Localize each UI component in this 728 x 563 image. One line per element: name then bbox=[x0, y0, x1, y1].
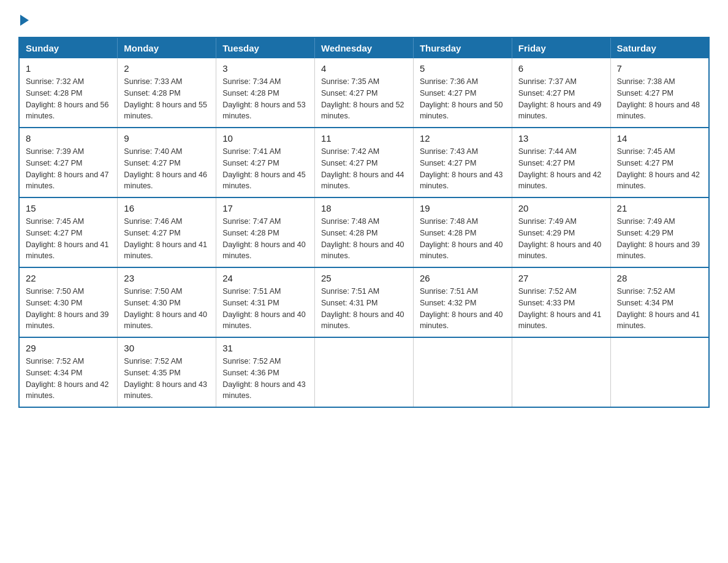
day-info: Sunrise: 7:38 AMSunset: 4:27 PMDaylight:… bbox=[617, 76, 702, 122]
day-info: Sunrise: 7:35 AMSunset: 4:27 PMDaylight:… bbox=[321, 76, 407, 122]
calendar-cell: 16Sunrise: 7:46 AMSunset: 4:27 PMDayligh… bbox=[118, 197, 216, 267]
day-info: Sunrise: 7:52 AMSunset: 4:34 PMDaylight:… bbox=[26, 356, 111, 402]
calendar-week-row: 15Sunrise: 7:45 AMSunset: 4:27 PMDayligh… bbox=[19, 197, 709, 267]
day-info: Sunrise: 7:49 AMSunset: 4:29 PMDaylight:… bbox=[518, 216, 604, 262]
calendar-week-row: 29Sunrise: 7:52 AMSunset: 4:34 PMDayligh… bbox=[19, 337, 709, 407]
calendar-day-header: Saturday bbox=[610, 37, 709, 58]
day-info: Sunrise: 7:32 AMSunset: 4:28 PMDaylight:… bbox=[26, 76, 111, 122]
day-number: 24 bbox=[222, 273, 308, 283]
calendar-cell: 10Sunrise: 7:41 AMSunset: 4:27 PMDayligh… bbox=[216, 128, 315, 197]
day-number: 8 bbox=[26, 133, 111, 144]
day-info: Sunrise: 7:50 AMSunset: 4:30 PMDaylight:… bbox=[124, 286, 210, 332]
calendar-cell: 1Sunrise: 7:32 AMSunset: 4:28 PMDaylight… bbox=[19, 58, 118, 128]
day-number: 2 bbox=[124, 63, 210, 74]
day-info: Sunrise: 7:51 AMSunset: 4:31 PMDaylight:… bbox=[222, 286, 308, 332]
day-number: 14 bbox=[617, 133, 702, 144]
day-number: 17 bbox=[222, 203, 308, 213]
calendar-week-row: 8Sunrise: 7:39 AMSunset: 4:27 PMDaylight… bbox=[19, 128, 709, 197]
calendar-day-header: Friday bbox=[512, 37, 610, 58]
calendar-cell: 13Sunrise: 7:44 AMSunset: 4:27 PMDayligh… bbox=[512, 128, 610, 197]
day-number: 27 bbox=[518, 273, 604, 283]
calendar-cell: 14Sunrise: 7:45 AMSunset: 4:27 PMDayligh… bbox=[610, 128, 709, 197]
day-number: 22 bbox=[26, 273, 111, 283]
day-info: Sunrise: 7:52 AMSunset: 4:35 PMDaylight:… bbox=[124, 356, 210, 402]
day-info: Sunrise: 7:46 AMSunset: 4:27 PMDaylight:… bbox=[124, 216, 210, 262]
logo bbox=[18, 12, 29, 26]
day-number: 3 bbox=[222, 63, 308, 74]
calendar-cell: 21Sunrise: 7:49 AMSunset: 4:29 PMDayligh… bbox=[610, 197, 709, 267]
day-number: 20 bbox=[518, 203, 604, 213]
day-number: 13 bbox=[518, 133, 604, 144]
day-info: Sunrise: 7:51 AMSunset: 4:32 PMDaylight:… bbox=[420, 286, 506, 332]
day-number: 29 bbox=[26, 343, 111, 353]
calendar-cell: 4Sunrise: 7:35 AMSunset: 4:27 PMDaylight… bbox=[315, 58, 414, 128]
day-info: Sunrise: 7:49 AMSunset: 4:29 PMDaylight:… bbox=[617, 216, 702, 262]
day-info: Sunrise: 7:45 AMSunset: 4:27 PMDaylight:… bbox=[617, 146, 702, 192]
day-number: 19 bbox=[420, 203, 506, 213]
calendar-day-header: Sunday bbox=[19, 37, 118, 58]
day-info: Sunrise: 7:34 AMSunset: 4:28 PMDaylight:… bbox=[222, 76, 308, 122]
calendar-cell: 20Sunrise: 7:49 AMSunset: 4:29 PMDayligh… bbox=[512, 197, 610, 267]
day-info: Sunrise: 7:51 AMSunset: 4:31 PMDaylight:… bbox=[321, 286, 407, 332]
calendar-cell: 30Sunrise: 7:52 AMSunset: 4:35 PMDayligh… bbox=[118, 337, 216, 407]
day-number: 30 bbox=[124, 343, 210, 353]
day-number: 9 bbox=[124, 133, 210, 144]
day-info: Sunrise: 7:39 AMSunset: 4:27 PMDaylight:… bbox=[26, 146, 111, 192]
calendar-day-header: Monday bbox=[118, 37, 216, 58]
day-info: Sunrise: 7:40 AMSunset: 4:27 PMDaylight:… bbox=[124, 146, 210, 192]
day-number: 28 bbox=[617, 273, 702, 283]
day-info: Sunrise: 7:44 AMSunset: 4:27 PMDaylight:… bbox=[518, 146, 604, 192]
calendar-cell: 29Sunrise: 7:52 AMSunset: 4:34 PMDayligh… bbox=[19, 337, 118, 407]
day-info: Sunrise: 7:37 AMSunset: 4:27 PMDaylight:… bbox=[518, 76, 604, 122]
calendar-week-row: 1Sunrise: 7:32 AMSunset: 4:28 PMDaylight… bbox=[19, 58, 709, 128]
calendar-cell: 24Sunrise: 7:51 AMSunset: 4:31 PMDayligh… bbox=[216, 267, 315, 337]
calendar-table: SundayMondayTuesdayWednesdayThursdayFrid… bbox=[18, 37, 710, 408]
day-info: Sunrise: 7:43 AMSunset: 4:27 PMDaylight:… bbox=[420, 146, 506, 192]
calendar-day-header: Thursday bbox=[413, 37, 512, 58]
calendar-cell: 7Sunrise: 7:38 AMSunset: 4:27 PMDaylight… bbox=[610, 58, 709, 128]
day-number: 15 bbox=[26, 203, 111, 213]
day-number: 4 bbox=[321, 63, 407, 74]
calendar-cell: 18Sunrise: 7:48 AMSunset: 4:28 PMDayligh… bbox=[315, 197, 414, 267]
day-info: Sunrise: 7:36 AMSunset: 4:27 PMDaylight:… bbox=[420, 76, 506, 122]
calendar-cell: 31Sunrise: 7:52 AMSunset: 4:36 PMDayligh… bbox=[216, 337, 315, 407]
day-number: 26 bbox=[420, 273, 506, 283]
calendar-cell: 6Sunrise: 7:37 AMSunset: 4:27 PMDaylight… bbox=[512, 58, 610, 128]
calendar-cell: 27Sunrise: 7:52 AMSunset: 4:33 PMDayligh… bbox=[512, 267, 610, 337]
day-info: Sunrise: 7:42 AMSunset: 4:27 PMDaylight:… bbox=[321, 146, 407, 192]
day-info: Sunrise: 7:50 AMSunset: 4:30 PMDaylight:… bbox=[26, 286, 111, 332]
day-info: Sunrise: 7:52 AMSunset: 4:36 PMDaylight:… bbox=[222, 356, 308, 402]
day-number: 10 bbox=[222, 133, 308, 144]
calendar-cell: 8Sunrise: 7:39 AMSunset: 4:27 PMDaylight… bbox=[19, 128, 118, 197]
day-number: 6 bbox=[518, 63, 604, 74]
calendar-cell: 15Sunrise: 7:45 AMSunset: 4:27 PMDayligh… bbox=[19, 197, 118, 267]
day-info: Sunrise: 7:45 AMSunset: 4:27 PMDaylight:… bbox=[26, 216, 111, 262]
calendar-cell bbox=[413, 337, 512, 407]
day-number: 31 bbox=[222, 343, 308, 353]
calendar-cell: 17Sunrise: 7:47 AMSunset: 4:28 PMDayligh… bbox=[216, 197, 315, 267]
day-info: Sunrise: 7:52 AMSunset: 4:34 PMDaylight:… bbox=[617, 286, 702, 332]
calendar-day-header: Wednesday bbox=[315, 37, 414, 58]
day-number: 18 bbox=[321, 203, 407, 213]
day-number: 11 bbox=[321, 133, 407, 144]
day-info: Sunrise: 7:41 AMSunset: 4:27 PMDaylight:… bbox=[222, 146, 308, 192]
calendar-cell: 23Sunrise: 7:50 AMSunset: 4:30 PMDayligh… bbox=[118, 267, 216, 337]
day-info: Sunrise: 7:48 AMSunset: 4:28 PMDaylight:… bbox=[321, 216, 407, 262]
day-number: 16 bbox=[124, 203, 210, 213]
day-number: 5 bbox=[420, 63, 506, 74]
calendar-cell: 19Sunrise: 7:48 AMSunset: 4:28 PMDayligh… bbox=[413, 197, 512, 267]
day-number: 12 bbox=[420, 133, 506, 144]
page-header bbox=[18, 12, 710, 26]
calendar-cell: 3Sunrise: 7:34 AMSunset: 4:28 PMDaylight… bbox=[216, 58, 315, 128]
calendar-cell bbox=[512, 337, 610, 407]
day-number: 25 bbox=[321, 273, 407, 283]
calendar-cell bbox=[315, 337, 414, 407]
calendar-cell bbox=[610, 337, 709, 407]
day-number: 23 bbox=[124, 273, 210, 283]
day-number: 21 bbox=[617, 203, 702, 213]
day-info: Sunrise: 7:48 AMSunset: 4:28 PMDaylight:… bbox=[420, 216, 506, 262]
day-info: Sunrise: 7:52 AMSunset: 4:33 PMDaylight:… bbox=[518, 286, 604, 332]
calendar-cell: 5Sunrise: 7:36 AMSunset: 4:27 PMDaylight… bbox=[413, 58, 512, 128]
calendar-header-row: SundayMondayTuesdayWednesdayThursdayFrid… bbox=[19, 37, 709, 58]
day-number: 7 bbox=[617, 63, 702, 74]
